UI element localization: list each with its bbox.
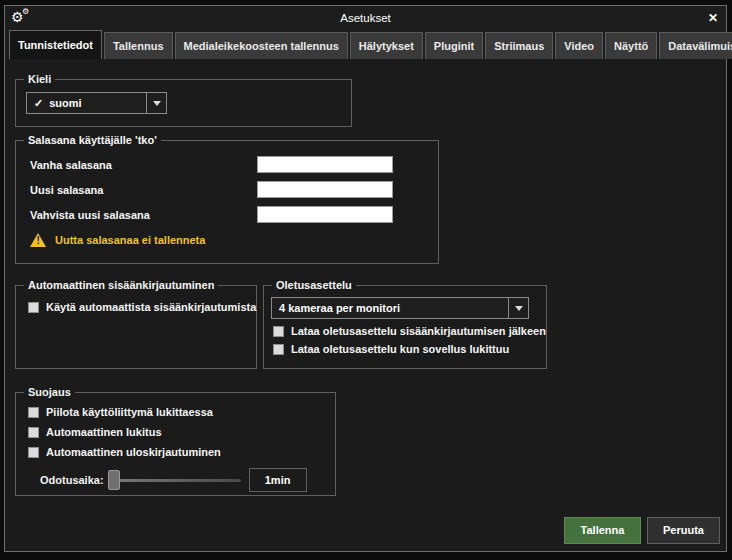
password-section: Salasana käyttäjälle 'tko' Vanha salasan…: [15, 134, 439, 264]
default-layout-dropdown-value: 4 kameraa per monitori: [279, 302, 400, 314]
checkbox-box[interactable]: [28, 427, 39, 438]
default-layout-section: Oletusasettelu 4 kameraa per monitori La…: [263, 279, 547, 369]
auto-lock-label: Automaattinen lukitus: [46, 426, 162, 438]
language-dropdown-value: suomi: [49, 97, 81, 109]
hide-ui-when-locked-label: Piilota käyttöliittymä lukittaessa: [46, 406, 213, 418]
password-section-legend: Salasana käyttäjälle 'tko': [24, 134, 161, 146]
chevron-down-icon: [153, 101, 161, 106]
tab-naytto[interactable]: Näyttö: [605, 32, 657, 59]
password-warning-text: Uutta salasanaa ei tallenneta: [55, 234, 205, 246]
language-dropdown[interactable]: ✓ suomi: [26, 92, 167, 114]
security-section-legend: Suojaus: [24, 386, 75, 398]
hide-ui-when-locked-checkbox[interactable]: Piilota käyttöliittymä lukittaessa: [28, 406, 335, 418]
language-section-legend: Kieli: [24, 73, 55, 85]
default-layout-section-legend: Oletusasettelu: [272, 279, 356, 291]
default-layout-dropdown[interactable]: 4 kameraa per monitori: [271, 297, 529, 319]
language-dropdown-arrow-button[interactable]: [146, 93, 166, 113]
tab-tunnistetiedot[interactable]: Tunnistetiedot: [9, 30, 102, 59]
close-icon[interactable]: ✕: [708, 6, 718, 30]
language-section: Kieli ✓ suomi: [15, 73, 352, 127]
check-icon: ✓: [34, 97, 43, 110]
chevron-down-icon: [515, 306, 523, 311]
load-layout-on-lock-label: Lataa oletusasettelu kun sovellus lukitt…: [291, 343, 509, 355]
tab-datavalimuisti[interactable]: Datavälimuisti: [659, 32, 732, 59]
timeout-slider[interactable]: [108, 470, 241, 490]
save-button[interactable]: Tallenna: [564, 517, 641, 544]
auto-login-checkbox-label: Käytä automaattista sisäänkirjautumista: [46, 301, 256, 313]
cancel-button[interactable]: Peruuta: [647, 517, 720, 544]
dialog-titlebar: ⚙ ⚙ Asetukset ✕: [5, 6, 726, 30]
load-layout-after-login-label: Lataa oletusasettelu sisäänkirjautumisen…: [291, 325, 546, 337]
warning-icon: [30, 233, 46, 247]
tab-tallennus[interactable]: Tallennus: [104, 32, 173, 59]
auto-login-section-legend: Automaattinen sisäänkirjautuminen: [24, 279, 218, 291]
timeout-row: Odotusaika: 1min: [16, 468, 335, 492]
tab-content-tunnistetiedot: Kieli ✓ suomi Salasana käyttäjälle 'tko'…: [5, 59, 726, 551]
auto-login-checkbox[interactable]: Käytä automaattista sisäänkirjautumista: [28, 301, 256, 313]
tab-pluginit[interactable]: Pluginit: [425, 32, 483, 59]
auto-login-section: Automaattinen sisäänkirjautuminen Käytä …: [15, 279, 257, 369]
auto-logout-checkbox[interactable]: Automaattinen uloskirjautuminen: [28, 446, 335, 458]
old-password-label: Vanha salasana: [30, 159, 257, 171]
tab-striimaus[interactable]: Striimaus: [485, 32, 553, 59]
auto-logout-label: Automaattinen uloskirjautuminen: [46, 446, 221, 458]
checkbox-box[interactable]: [273, 326, 284, 337]
load-layout-after-login-checkbox[interactable]: Lataa oletusasettelu sisäänkirjautumisen…: [273, 325, 546, 337]
checkbox-box[interactable]: [273, 344, 284, 355]
settings-dialog: ⚙ ⚙ Asetukset ✕ Tunnistetiedot Tallennus…: [4, 5, 727, 552]
default-layout-dropdown-arrow-button[interactable]: [508, 298, 528, 318]
new-password-field[interactable]: [257, 181, 393, 198]
settings-tab-bar: Tunnistetiedot Tallennus Medialeikekoost…: [5, 30, 726, 59]
tab-medialeikekoosteen-tallennus[interactable]: Medialeikekoosteen tallennus: [175, 32, 348, 59]
old-password-field[interactable]: [257, 156, 393, 173]
timeout-value: 1min: [249, 468, 307, 492]
checkbox-box[interactable]: [28, 302, 39, 313]
old-password-row: Vanha salasana: [16, 152, 438, 177]
confirm-password-row: Vahvista uusi salasana: [16, 202, 438, 227]
confirm-password-label: Vahvista uusi salasana: [30, 209, 257, 221]
dialog-title: Asetukset: [5, 6, 726, 30]
timeout-slider-handle[interactable]: [108, 470, 120, 490]
checkbox-box[interactable]: [28, 407, 39, 418]
checkbox-box[interactable]: [28, 447, 39, 458]
new-password-row: Uusi salasana: [16, 177, 438, 202]
timeout-label: Odotusaika:: [40, 474, 104, 486]
auto-lock-checkbox[interactable]: Automaattinen lukitus: [28, 426, 335, 438]
confirm-password-field[interactable]: [257, 206, 393, 223]
new-password-label: Uusi salasana: [30, 184, 257, 196]
load-layout-on-lock-checkbox[interactable]: Lataa oletusasettelu kun sovellus lukitt…: [273, 343, 546, 355]
password-warning: Uutta salasanaa ei tallenneta: [16, 233, 438, 247]
security-section: Suojaus Piilota käyttöliittymä lukittaes…: [15, 386, 336, 496]
tab-halytykset[interactable]: Hälytykset: [350, 32, 423, 59]
tab-video[interactable]: Video: [555, 32, 603, 59]
timeout-slider-track[interactable]: [108, 479, 241, 482]
